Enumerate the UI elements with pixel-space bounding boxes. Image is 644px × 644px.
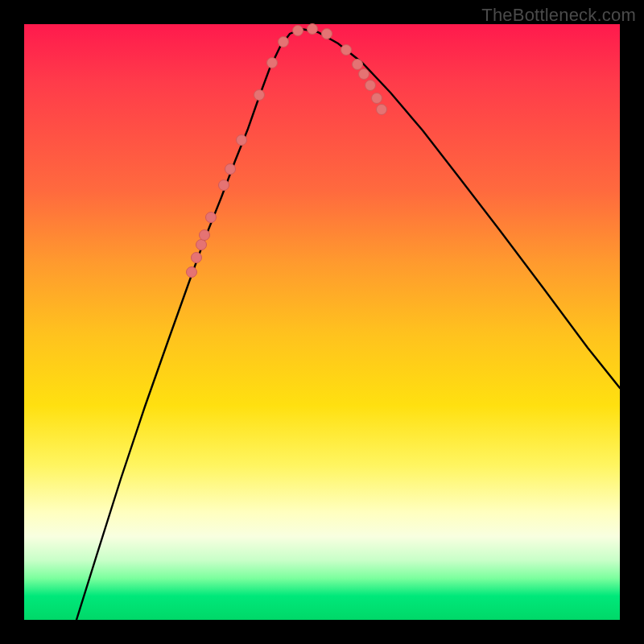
- highlight-dot: [219, 180, 229, 191]
- highlight-dot: [206, 213, 217, 223]
- highlight-dot: [254, 90, 265, 101]
- curve-layer: [24, 24, 620, 620]
- highlight-dot: [279, 37, 289, 47]
- chart-frame: TheBottleneck.com: [0, 0, 644, 644]
- highlight-dot: [308, 24, 318, 35]
- highlight-dot: [359, 69, 369, 80]
- highlight-dot: [267, 58, 278, 68]
- highlight-dot: [225, 164, 236, 175]
- highlight-dots: [187, 24, 387, 278]
- highlight-dot: [353, 60, 363, 70]
- highlight-dot: [341, 45, 352, 56]
- highlight-dot: [196, 240, 207, 250]
- plot-area: [24, 24, 620, 620]
- highlight-dot: [365, 80, 376, 91]
- highlight-dot: [293, 26, 303, 36]
- highlight-dot: [200, 230, 210, 241]
- highlight-dot: [192, 253, 202, 263]
- watermark-text: TheBottleneck.com: [481, 5, 636, 26]
- highlight-dot: [237, 135, 247, 146]
- highlight-dot: [372, 93, 382, 104]
- highlight-dot: [322, 29, 332, 39]
- highlight-dot: [187, 267, 197, 278]
- bottleneck-curve: [76, 29, 620, 620]
- highlight-dot: [377, 105, 387, 115]
